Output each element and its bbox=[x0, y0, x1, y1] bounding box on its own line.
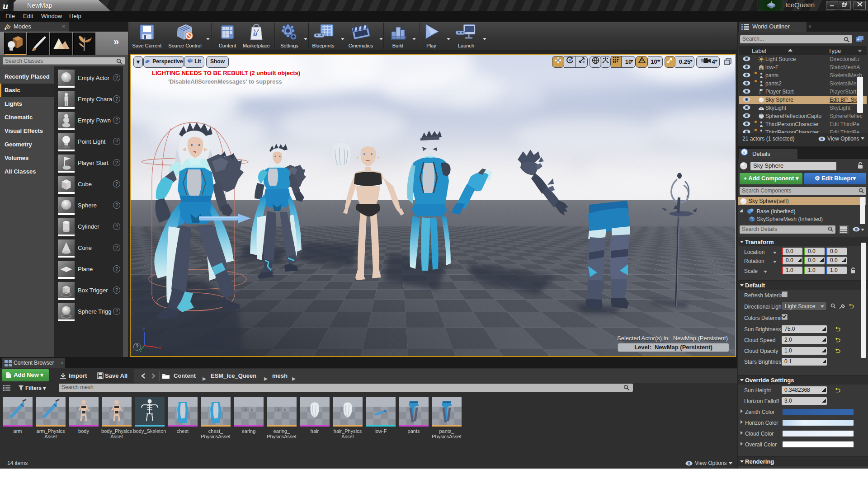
svg-text:i: i bbox=[743, 150, 745, 155]
svg-text:u: u bbox=[3, 0, 8, 11]
svg-text:z: z bbox=[142, 327, 145, 332]
svg-text:x: x bbox=[159, 345, 161, 350]
